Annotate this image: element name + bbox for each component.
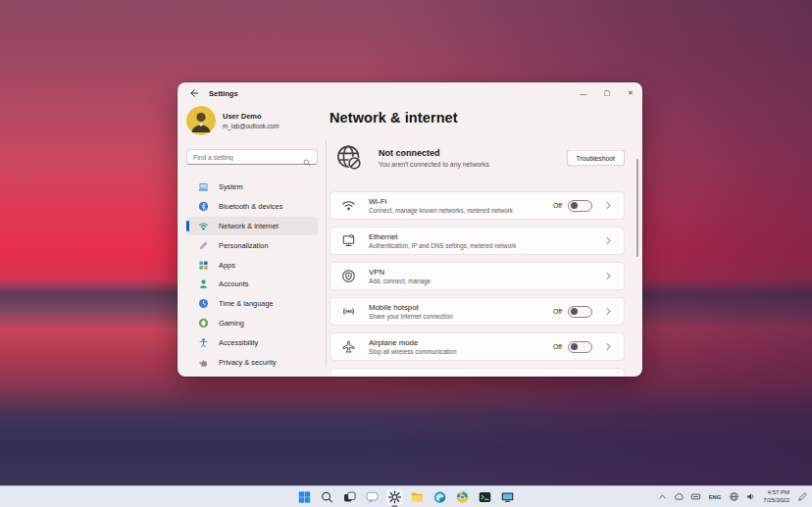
sidebar-item-gaming[interactable]: Gaming: [186, 314, 318, 333]
status-title: Not connected: [379, 148, 489, 158]
status-subtitle: You aren't connected to any networks: [379, 161, 489, 168]
taskbar-terminal-icon[interactable]: [477, 488, 494, 506]
ethernet-icon: [341, 233, 356, 248]
row-mobile-hotspot[interactable]: Mobile hotspot Share your internet conne…: [330, 297, 625, 326]
minimize-button[interactable]: —: [572, 82, 595, 104]
row-ethernet[interactable]: Ethernet Authentication, IP and DNS sett…: [330, 227, 625, 255]
time-icon: [198, 298, 209, 309]
network-tray-icon[interactable]: [728, 491, 739, 503]
sidebar-item-time-language[interactable]: Time & language: [186, 294, 318, 314]
sidebar-item-label: Network & internet: [219, 222, 279, 230]
bluetooth-icon: [198, 201, 209, 212]
sidebar-item-accessibility[interactable]: Accessibility: [186, 332, 318, 352]
taskbar-search-icon[interactable]: [319, 488, 336, 506]
system-icon: [198, 181, 209, 192]
chevron-right-icon: [604, 342, 613, 351]
onedrive-icon[interactable]: [674, 491, 685, 503]
row-subtitle: Add, connect, manage: [369, 278, 431, 284]
pen-icon[interactable]: [796, 491, 808, 503]
sidebar-nav: System Bluetooth & devices Network & int…: [186, 177, 318, 372]
user-profile[interactable]: User Demo m_lab@outlook.com: [186, 106, 318, 135]
row-vpn[interactable]: VPN Add, connect, manage: [330, 262, 625, 290]
toggle-switch[interactable]: [568, 341, 592, 353]
accessibility-icon: [198, 337, 209, 348]
row-subtitle: Stop all wireless communication: [369, 348, 457, 355]
settings-search-box[interactable]: [186, 149, 318, 165]
taskbar-browser-icon[interactable]: [454, 488, 472, 506]
row-subtitle: Authentication, IP and DNS settings, met…: [369, 242, 516, 249]
sidebar-item-accounts[interactable]: Accounts: [186, 275, 318, 294]
network-status: Not connected You aren't connected to an…: [330, 137, 625, 178]
chevron-right-icon: [604, 307, 613, 316]
sidebar-item-system[interactable]: System: [186, 177, 318, 197]
clock-date: 7/25/2022: [763, 497, 789, 505]
content-scrollbar[interactable]: [636, 159, 638, 257]
toggle-state-label: Off: [553, 202, 562, 209]
taskbar-clock[interactable]: 4:57 PM 7/25/2022: [761, 489, 791, 504]
taskbar-chat-icon[interactable]: [364, 488, 381, 506]
network-icon: [198, 221, 209, 231]
maximize-button[interactable]: ▢: [595, 82, 619, 104]
sidebar-item-bluetooth[interactable]: Bluetooth & devices: [186, 197, 318, 217]
chevron-right-icon: [604, 201, 613, 210]
chevron-right-icon: [604, 236, 613, 245]
gaming-icon: [198, 318, 209, 329]
toggle-switch[interactable]: [568, 306, 592, 318]
sidebar-item-label: Personalization: [219, 241, 269, 250]
row-wifi[interactable]: Wi-Fi Connect, manage known networks, me…: [330, 191, 625, 220]
sidebar-item-network[interactable]: Network & internet: [186, 217, 318, 236]
sidebar-item-label: System: [219, 182, 243, 191]
settings-window: Settings —▢✕ User Demo m_lab@outlook.com: [178, 82, 642, 377]
wifi-icon: [341, 198, 356, 213]
page-title: Network & internet: [330, 110, 625, 126]
tray-chevron-up-icon[interactable]: [657, 491, 669, 503]
hotspot-icon: [341, 304, 356, 319]
toggle-switch[interactable]: [568, 200, 592, 212]
row-proxy[interactable]: Proxy: [330, 368, 625, 377]
back-button[interactable]: [186, 86, 200, 100]
row-subtitle: Connect, manage known networks, metered …: [369, 207, 513, 214]
search-input[interactable]: [193, 154, 303, 161]
sidebar-item-apps[interactable]: Apps: [186, 255, 318, 275]
taskbar-app-icons: [296, 486, 517, 507]
sidebar-item-label: Gaming: [219, 319, 244, 328]
sidebar-item-personalization[interactable]: Personalization: [186, 235, 318, 255]
row-airplane-mode[interactable]: Airplane mode Stop all wireless communic…: [330, 332, 625, 361]
airplane-icon: [341, 339, 356, 354]
search-icon: [303, 153, 311, 161]
sidebar-item-label: Apps: [219, 261, 235, 270]
privacy-icon: [198, 357, 209, 368]
sidebar-item-privacy-security[interactable]: Privacy & security: [186, 352, 318, 372]
taskbar-file-explorer-icon[interactable]: [409, 488, 427, 506]
chevron-right-icon: [604, 272, 613, 280]
taskbar-settings-icon[interactable]: [386, 488, 404, 506]
window-controls: —▢✕: [572, 82, 642, 104]
troubleshoot-button[interactable]: Troubleshoot: [567, 150, 625, 167]
globe-not-connected-icon: [334, 143, 365, 174]
hardware-icon[interactable]: [690, 491, 702, 503]
toggle-state-label: Off: [553, 308, 562, 315]
row-title: Airplane mode: [369, 338, 457, 347]
user-email: m_lab@outlook.com: [223, 123, 279, 129]
volume-icon[interactable]: [744, 491, 756, 503]
proxy-icon: [341, 375, 356, 377]
sidebar-item-label: Accounts: [219, 279, 248, 288]
personalization-icon: [198, 240, 209, 251]
taskbar-start-icon[interactable]: [296, 488, 314, 506]
language-indicator[interactable]: ENG: [707, 494, 724, 500]
settings-main: Network & internet Not connected You are…: [327, 104, 642, 377]
toggle-state-label: Off: [553, 343, 562, 350]
row-title: Mobile hotspot: [369, 303, 453, 312]
sidebar-item-label: Bluetooth & devices: [219, 202, 282, 211]
row-title: Wi-Fi: [369, 197, 513, 206]
window-title: Settings: [209, 89, 238, 98]
taskbar-task-view-icon[interactable]: [341, 488, 359, 506]
taskbar: ENG 4:57 PM 7/25/2022: [0, 485, 812, 507]
taskbar-edge-icon[interactable]: [431, 488, 449, 506]
sidebar-item-label: Time & language: [219, 299, 274, 308]
taskbar-monitor-app-icon[interactable]: [499, 488, 517, 506]
clock-time: 4:57 PM: [763, 489, 789, 497]
user-name: User Demo: [223, 112, 279, 121]
close-button[interactable]: ✕: [619, 82, 642, 104]
row-subtitle: Share your internet connection: [369, 313, 453, 320]
